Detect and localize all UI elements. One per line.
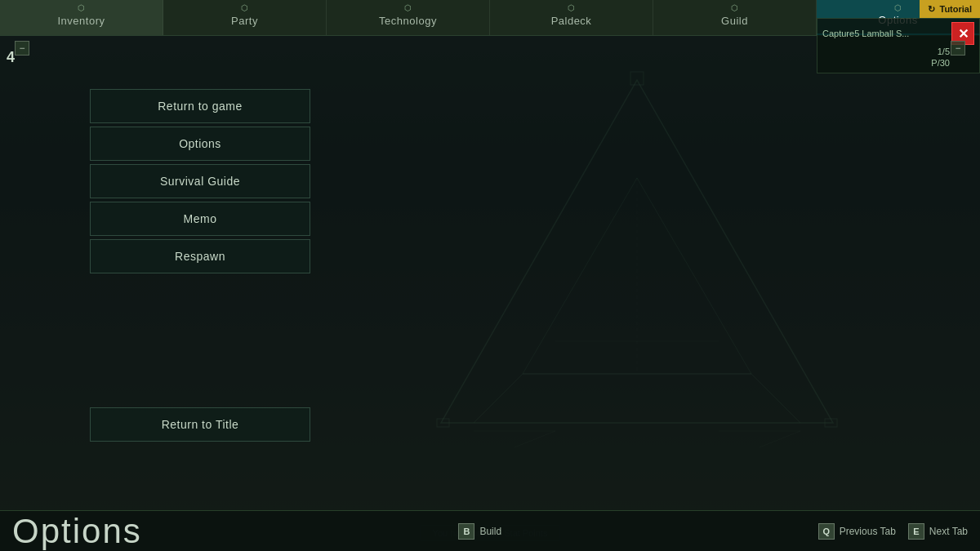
tab-paldeck[interactable]: ⬡ Paldeck bbox=[490, 0, 653, 35]
respawn-button[interactable]: Respawn bbox=[90, 239, 310, 273]
next-key-badge: E bbox=[908, 523, 924, 540]
build-label: Build bbox=[479, 526, 501, 537]
technology-icon: ⬡ bbox=[404, 3, 412, 12]
party-icon: ⬡ bbox=[241, 3, 248, 12]
collapse-right-button[interactable]: − bbox=[951, 41, 965, 56]
tab-party[interactable]: ⬡ Party bbox=[163, 0, 327, 35]
collapse-left-icon: − bbox=[19, 42, 24, 54]
party-label: Party bbox=[231, 15, 258, 27]
capture-text: Capture5 Lamball S... bbox=[822, 29, 951, 38]
survival-guide-button[interactable]: Survival Guide bbox=[90, 164, 310, 198]
tutorial-icon: ↻ bbox=[928, 4, 935, 15]
fraction-top: 1/5 bbox=[938, 47, 950, 56]
tab-navigation-actions: Q Previous Tab E Next Tab bbox=[818, 523, 968, 540]
bottom-bar: Options B Build Q Previous Tab E Next Ta… bbox=[0, 510, 980, 551]
technology-label: Technology bbox=[379, 15, 437, 27]
collapse-left-button[interactable]: − bbox=[15, 41, 29, 56]
prev-tab-label: Previous Tab bbox=[840, 526, 896, 537]
next-key: E bbox=[913, 527, 919, 536]
build-action: B Build bbox=[458, 523, 501, 540]
fraction-bottom: P/30 bbox=[931, 58, 950, 68]
guild-icon: ⬡ bbox=[731, 3, 738, 12]
inventory-icon: ⬡ bbox=[78, 3, 85, 12]
tab-guild[interactable]: ⬡ Guild bbox=[653, 0, 817, 35]
tutorial-button[interactable]: ↻ Tutorial bbox=[920, 0, 980, 18]
tab-inventory[interactable]: ⬡ Inventory bbox=[0, 0, 163, 35]
collapse-right-icon: − bbox=[955, 42, 960, 54]
paldeck-icon: ⬡ bbox=[568, 3, 575, 12]
prev-key-badge: Q bbox=[818, 523, 835, 540]
paldeck-label: Paldeck bbox=[551, 15, 592, 27]
menu-column: Return to game Options Survival Guide Me… bbox=[90, 89, 310, 442]
left-number: 4 bbox=[7, 49, 15, 66]
guild-label: Guild bbox=[721, 15, 748, 27]
return-to-game-button[interactable]: Return to game bbox=[90, 89, 310, 123]
prev-tab-action[interactable]: Q Previous Tab bbox=[818, 523, 896, 540]
memo-button[interactable]: Memo bbox=[90, 202, 310, 236]
tab-technology[interactable]: ⬡ Technology bbox=[327, 0, 490, 35]
next-tab-action[interactable]: E Next Tab bbox=[908, 523, 968, 540]
main-panel: Return to game Options Survival Guide Me… bbox=[24, 36, 956, 510]
options-nav-icon: ⬡ bbox=[894, 3, 902, 12]
page-title: Options bbox=[12, 514, 142, 549]
options-menu-button[interactable]: Options bbox=[90, 127, 310, 161]
prev-key: Q bbox=[822, 527, 830, 536]
next-tab-label: Next Tab bbox=[929, 526, 968, 537]
tutorial-label: Tutorial bbox=[939, 4, 972, 14]
build-key: B bbox=[463, 527, 470, 536]
return-to-title-button[interactable]: Return to Title bbox=[90, 407, 310, 442]
inventory-label: Inventory bbox=[58, 15, 105, 27]
build-key-badge: B bbox=[458, 523, 474, 540]
close-icon: ✕ bbox=[958, 26, 969, 42]
